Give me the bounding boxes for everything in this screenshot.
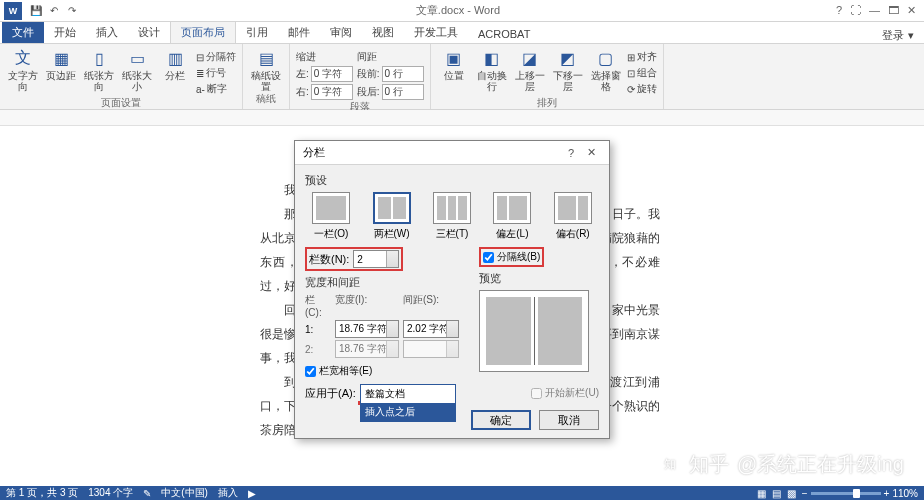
tab-acrobat[interactable]: ACROBAT <box>468 25 540 43</box>
tab-insert[interactable]: 插入 <box>86 22 128 43</box>
apply-option-whole[interactable]: 整篇文档 <box>361 385 455 403</box>
tab-design[interactable]: 设计 <box>128 22 170 43</box>
rotate-button[interactable]: ⟳ 旋转 <box>627 82 657 96</box>
chevron-down-icon: ▾ <box>908 29 914 42</box>
width-1-input[interactable]: 18.76 字符 <box>335 320 399 338</box>
tab-mailings[interactable]: 邮件 <box>278 22 320 43</box>
redo-icon[interactable]: ↷ <box>64 3 80 19</box>
selection-pane-button[interactable]: ▢选择窗格 <box>589 46 623 92</box>
apply-to-dropdown: 整篇文档 插入点之后 <box>360 384 456 422</box>
tab-review[interactable]: 审阅 <box>320 22 362 43</box>
dialog-help-icon[interactable]: ? <box>561 147 581 159</box>
forward-icon: ◪ <box>520 48 540 68</box>
word-app-icon: W <box>4 2 22 20</box>
ruler[interactable] <box>0 110 924 126</box>
group-button[interactable]: ⊡ 组合 <box>627 66 657 80</box>
columns-count-input[interactable]: 2 <box>353 250 399 268</box>
minimize-icon[interactable]: — <box>869 4 880 17</box>
position-button[interactable]: ▣位置 <box>437 46 471 81</box>
orientation-button[interactable]: ▯纸张方向 <box>82 46 116 92</box>
zoom-value[interactable]: 110% <box>892 488 918 499</box>
help-icon[interactable]: ? <box>836 4 842 17</box>
tab-file[interactable]: 文件 <box>2 22 44 43</box>
text-direction-button[interactable]: 文文字方向 <box>6 46 40 92</box>
apply-option-after[interactable]: 插入点之后 <box>361 403 455 421</box>
backward-icon: ◩ <box>558 48 578 68</box>
ribbon: 文文字方向 ▦页边距 ▯纸张方向 ▭纸张大小 ▥分栏 ⊟ 分隔符 ≣ 行号 a-… <box>0 44 924 110</box>
wrap-icon: ◧ <box>482 48 502 68</box>
word-count[interactable]: 1304 个字 <box>88 486 133 500</box>
preset-left[interactable]: 偏左(L) <box>493 192 531 241</box>
preset-one[interactable]: 一栏(O) <box>312 192 350 241</box>
new-column-checkbox: 开始新栏(U) <box>531 386 599 400</box>
tab-page-layout[interactable]: 页面布局 <box>170 21 236 43</box>
preset-right[interactable]: 偏右(R) <box>554 192 592 241</box>
indent-right-input[interactable]: 0 字符 <box>311 84 353 100</box>
space-before-input[interactable]: 0 行 <box>382 66 424 82</box>
manuscript-icon: ▤ <box>256 48 276 68</box>
zoom-out-icon[interactable]: − <box>802 488 808 499</box>
preview-label: 预览 <box>479 271 599 286</box>
size-button[interactable]: ▭纸张大小 <box>120 46 154 92</box>
highlight-separator: 分隔线(B) <box>479 247 544 267</box>
page-indicator[interactable]: 第 1 页，共 3 页 <box>6 486 78 500</box>
size-icon: ▭ <box>127 48 147 68</box>
presets-label: 预设 <box>305 173 599 188</box>
dialog-close-icon[interactable]: ✕ <box>581 146 601 159</box>
group-arrange: ▣位置 ◧自动换行 ◪上移一层 ◩下移一层 ▢选择窗格 ⊞ 对齐 ⊡ 组合 ⟳ … <box>431 44 664 109</box>
space-after-input[interactable]: 0 行 <box>382 84 424 100</box>
breaks-button[interactable]: ⊟ 分隔符 <box>196 50 236 64</box>
tab-references[interactable]: 引用 <box>236 22 278 43</box>
macro-icon[interactable]: ▶ <box>248 488 256 499</box>
bring-forward-button[interactable]: ◪上移一层 <box>513 46 547 92</box>
save-icon[interactable]: 💾 <box>28 3 44 19</box>
zoom-slider[interactable] <box>811 492 881 495</box>
preset-two[interactable]: 两栏(W) <box>373 192 411 241</box>
send-backward-button[interactable]: ◩下移一层 <box>551 46 585 92</box>
close-icon[interactable]: ✕ <box>907 4 916 17</box>
hyphenation-button[interactable]: a- 断字 <box>196 82 236 96</box>
dialog-titlebar: 分栏 ? ✕ <box>295 141 609 165</box>
wrap-text-button[interactable]: ◧自动换行 <box>475 46 509 92</box>
cancel-button[interactable]: 取消 <box>539 410 599 430</box>
columns-button[interactable]: ▥分栏 <box>158 46 192 81</box>
tab-view[interactable]: 视图 <box>362 22 404 43</box>
restore-icon[interactable]: 🗖 <box>888 4 899 17</box>
view-web-icon[interactable]: ▩ <box>787 488 796 499</box>
spell-icon[interactable]: ✎ <box>143 488 151 499</box>
undo-icon[interactable]: ↶ <box>46 3 62 19</box>
title-bar: W 💾 ↶ ↷ 文章.docx - Word ? ⛶ — 🗖 ✕ <box>0 0 924 22</box>
tab-developer[interactable]: 开发工具 <box>404 22 468 43</box>
highlight-columns-count: 栏数(N): 2 <box>305 247 403 271</box>
indent-label: 缩进 <box>296 50 353 64</box>
width-label: 宽度和间距 <box>305 275 471 290</box>
indent-left-input[interactable]: 0 字符 <box>311 66 353 82</box>
align-button[interactable]: ⊞ 对齐 <box>627 50 657 64</box>
width-2-input: 18.76 字符 <box>335 340 399 358</box>
view-read-icon[interactable]: ▤ <box>772 488 781 499</box>
ribbon-toggle-icon[interactable]: ⛶ <box>850 4 861 17</box>
columns-icon: ▥ <box>165 48 185 68</box>
tab-home[interactable]: 开始 <box>44 22 86 43</box>
spacing-2-input <box>403 340 459 358</box>
insert-mode[interactable]: 插入 <box>218 486 238 500</box>
quick-access-toolbar: 💾 ↶ ↷ <box>28 3 80 19</box>
group-page-setup: 文文字方向 ▦页边距 ▯纸张方向 ▭纸张大小 ▥分栏 ⊟ 分隔符 ≣ 行号 a-… <box>0 44 243 109</box>
preset-three[interactable]: 三栏(T) <box>433 192 471 241</box>
ribbon-tabs: 文件 开始 插入 设计 页面布局 引用 邮件 审阅 视图 开发工具 ACROBA… <box>0 22 924 44</box>
equal-width-checkbox[interactable]: 栏宽相等(E) <box>305 364 471 378</box>
columns-dialog: 分栏 ? ✕ 预设 一栏(O) 两栏(W) 三栏(T) 偏左(L) 偏右(R) … <box>294 140 610 439</box>
line-numbers-button[interactable]: ≣ 行号 <box>196 66 236 80</box>
spacing-1-input[interactable]: 2.02 字符 <box>403 320 459 338</box>
highlight-apply-dropdown: 整篇文档 插入点之后 <box>358 401 362 405</box>
zoom-in-icon[interactable]: + <box>884 488 890 499</box>
dialog-title: 分栏 <box>303 145 561 160</box>
separator-checkbox[interactable]: 分隔线(B) <box>483 250 540 264</box>
zoom-control[interactable]: − + 110% <box>802 488 918 499</box>
ok-button[interactable]: 确定 <box>471 410 531 430</box>
login-link[interactable]: 登录▾ <box>882 28 924 43</box>
view-print-icon[interactable]: ▦ <box>757 488 766 499</box>
manuscript-button[interactable]: ▤稿纸设置 <box>249 46 283 92</box>
language-indicator[interactable]: 中文(中国) <box>161 486 208 500</box>
margins-button[interactable]: ▦页边距 <box>44 46 78 81</box>
